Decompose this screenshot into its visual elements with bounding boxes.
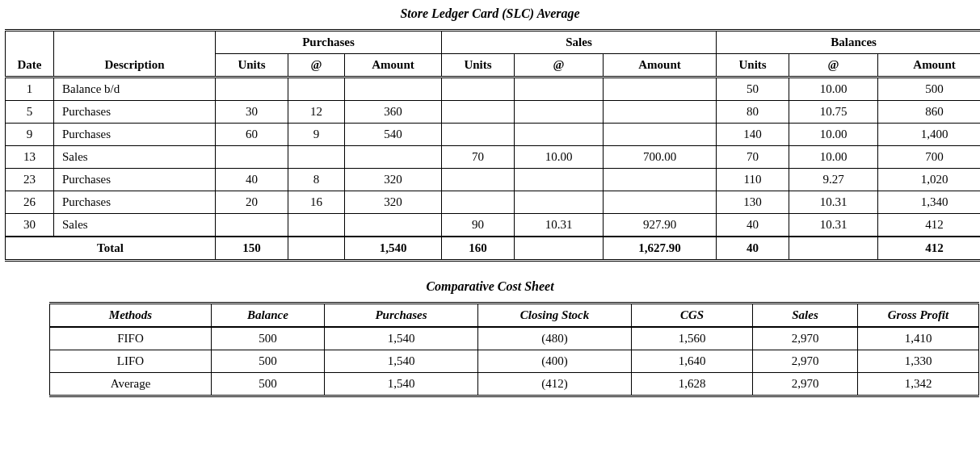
comp-cell-balance: 500 <box>212 350 325 373</box>
slc-total-bu: 40 <box>717 237 789 261</box>
comp-cell-gp: 1,330 <box>858 350 979 373</box>
slc-table: Purchases Sales Balances Date Descriptio… <box>5 29 980 262</box>
slc-header-date: Date <box>6 54 54 78</box>
slc-cell-sm <box>604 78 717 101</box>
comp-header-cgs: CGS <box>632 304 753 328</box>
slc-total-row: Total1501,5401601,627.9040412 <box>6 237 981 261</box>
slc-cell-su <box>442 124 515 146</box>
slc-cell-pm <box>345 146 442 169</box>
slc-cell-pu: 20 <box>216 191 288 214</box>
slc-cell-bu: 130 <box>717 191 789 214</box>
slc-cell-sa: 10.31 <box>515 214 604 237</box>
comp-cell-closing: (400) <box>478 350 632 373</box>
slc-cell-pm <box>345 214 442 237</box>
slc-cell-ba: 9.27 <box>789 169 878 191</box>
slc-header-blank-desc <box>54 31 216 54</box>
comp-cell-closing: (412) <box>478 373 632 396</box>
comp-cell-closing: (480) <box>478 327 632 350</box>
comp-cell-gp: 1,410 <box>858 327 979 350</box>
slc-header-p-units: Units <box>216 54 288 78</box>
slc-cell-desc: Purchases <box>54 124 216 146</box>
slc-cell-desc: Balance b/d <box>54 78 216 101</box>
table-row: 5Purchases30123608010.75860 <box>6 101 981 124</box>
slc-cell-desc: Sales <box>54 214 216 237</box>
slc-cell-sm: 927.90 <box>604 214 717 237</box>
comp-cell-purchases: 1,540 <box>325 327 478 350</box>
slc-cell-bm: 412 <box>878 214 980 237</box>
comp-cell-balance: 500 <box>212 373 325 396</box>
comp-cell-cgs: 1,640 <box>632 350 753 373</box>
slc-cell-ba: 10.31 <box>789 214 878 237</box>
slc-cell-pm: 540 <box>345 124 442 146</box>
comp-header-purchases: Purchases <box>325 304 478 328</box>
slc-cell-ba: 10.00 <box>789 78 878 101</box>
slc-total-pa <box>288 237 345 261</box>
slc-cell-sa <box>515 78 604 101</box>
table-row: 30Sales9010.31927.904010.31412 <box>6 214 981 237</box>
slc-cell-bu: 70 <box>717 146 789 169</box>
slc-header-s-amount: Amount <box>604 54 717 78</box>
comp-title: Comparative Cost Sheet <box>5 279 975 294</box>
slc-cell-sm <box>604 101 717 124</box>
slc-cell-desc: Purchases <box>54 191 216 214</box>
slc-header-description: Description <box>54 54 216 78</box>
slc-cell-bm: 500 <box>878 78 980 101</box>
slc-header-b-units: Units <box>717 54 789 78</box>
slc-cell-pm: 360 <box>345 101 442 124</box>
slc-cell-pa <box>288 214 345 237</box>
slc-header-sales: Sales <box>442 31 717 54</box>
slc-cell-bu: 50 <box>717 78 789 101</box>
slc-total-ba <box>789 237 878 261</box>
slc-cell-su <box>442 101 515 124</box>
slc-cell-pa: 9 <box>288 124 345 146</box>
slc-header-b-amount: Amount <box>878 54 980 78</box>
table-row: 23Purchases4083201109.271,020 <box>6 169 981 191</box>
slc-cell-pa <box>288 146 345 169</box>
slc-header-p-at: @ <box>288 54 345 78</box>
slc-cell-date: 23 <box>6 169 54 191</box>
slc-cell-pu: 40 <box>216 169 288 191</box>
slc-cell-desc: Purchases <box>54 101 216 124</box>
slc-cell-date: 30 <box>6 214 54 237</box>
slc-cell-pa: 8 <box>288 169 345 191</box>
comp-header-closing: Closing Stock <box>478 304 632 328</box>
comp-header-balance: Balance <box>212 304 325 328</box>
slc-cell-bm: 1,340 <box>878 191 980 214</box>
slc-cell-sm: 700.00 <box>604 146 717 169</box>
slc-cell-su: 70 <box>442 146 515 169</box>
comp-cell-balance: 500 <box>212 327 325 350</box>
slc-cell-date: 1 <box>6 78 54 101</box>
table-row: LIFO5001,540(400)1,6402,9701,330 <box>50 350 979 373</box>
slc-total-bm: 412 <box>878 237 980 261</box>
slc-header-p-amount: Amount <box>345 54 442 78</box>
slc-cell-pm <box>345 78 442 101</box>
table-row: 1Balance b/d5010.00500 <box>6 78 981 101</box>
slc-cell-ba: 10.75 <box>789 101 878 124</box>
slc-total-pm: 1,540 <box>345 237 442 261</box>
slc-cell-sa <box>515 169 604 191</box>
slc-cell-date: 9 <box>6 124 54 146</box>
slc-cell-pu <box>216 78 288 101</box>
slc-cell-bu: 140 <box>717 124 789 146</box>
slc-cell-su <box>442 191 515 214</box>
comp-cell-method: Average <box>50 373 212 396</box>
slc-cell-bu: 80 <box>717 101 789 124</box>
slc-cell-ba: 10.31 <box>789 191 878 214</box>
table-row: 9Purchases60954014010.001,400 <box>6 124 981 146</box>
slc-cell-date: 5 <box>6 101 54 124</box>
slc-cell-pu: 30 <box>216 101 288 124</box>
slc-cell-pu: 60 <box>216 124 288 146</box>
slc-header-balances: Balances <box>717 31 980 54</box>
slc-cell-pm: 320 <box>345 169 442 191</box>
slc-cell-bm: 700 <box>878 146 980 169</box>
slc-cell-pu <box>216 146 288 169</box>
slc-cell-bm: 1,400 <box>878 124 980 146</box>
slc-cell-sa: 10.00 <box>515 146 604 169</box>
comp-cell-method: LIFO <box>50 350 212 373</box>
comp-header-sales: Sales <box>753 304 858 328</box>
comp-header-gp: Gross Profit <box>858 304 979 328</box>
slc-cell-sm <box>604 191 717 214</box>
comp-cell-cgs: 1,560 <box>632 327 753 350</box>
slc-cell-pa <box>288 78 345 101</box>
slc-total-label: Total <box>6 237 216 261</box>
